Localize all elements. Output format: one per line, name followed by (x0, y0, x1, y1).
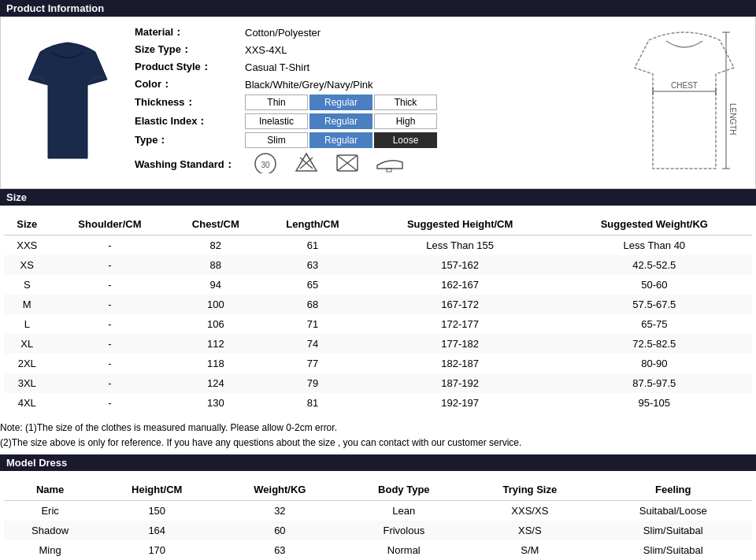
model-col-height: Height/CM (96, 479, 217, 501)
size-table-row: 3XL-12479187-19287.5-97.5 (4, 373, 752, 393)
size-cell-7-1: - (50, 373, 170, 393)
model-col-feeling: Feeling (595, 479, 752, 501)
size-cell-3-2: 100 (169, 295, 261, 314)
size-cell-0-1: - (50, 235, 170, 256)
size-cell-7-0: 3XL (4, 373, 50, 393)
thickness-label: Thickness： (135, 95, 245, 109)
model-col-name: Name (4, 479, 96, 501)
model-cell-1-5: Slim/Suitabal (595, 521, 752, 540)
size-cell-3-3: 68 (261, 295, 363, 314)
type-label: Type： (135, 133, 245, 147)
thickness-thick-btn[interactable]: Thick (374, 95, 437, 110)
size-cell-7-2: 124 (169, 373, 261, 393)
color-label: Color： (135, 77, 245, 91)
washing-row: Washing Standard： 30 (135, 151, 613, 177)
size-cell-8-5: 95-105 (557, 393, 752, 413)
size-cell-4-0: L (4, 314, 50, 334)
size-header: Size (0, 189, 756, 206)
wash-30-icon: 30 (253, 151, 278, 177)
col-header-shoulder: Shoulder/CM (50, 213, 170, 235)
size-cell-2-2: 94 (169, 275, 261, 295)
size-type-row: Size Type： XXS-4XL (135, 43, 613, 57)
product-info-section: Material： Cotton/Polyester Size Type： XX… (0, 17, 756, 189)
size-cell-1-1: - (50, 255, 170, 275)
size-cell-3-5: 57.5-67.5 (557, 295, 752, 314)
model-table-row: Eric15032LeanXXS/XSSuitabal/Loose (4, 501, 752, 521)
size-cell-4-1: - (50, 314, 170, 334)
elastic-regular-btn[interactable]: Regular (309, 113, 372, 129)
size-table-row: XXS-8261Less Than 155Less Than 40 (4, 235, 752, 256)
model-cell-2-1: 170 (96, 540, 217, 560)
size-cell-3-0: M (4, 295, 50, 314)
model-dress-header: Model Dress (0, 454, 756, 471)
model-table-row: Shadow16460FrivolousXS/SSlim/Suitabal (4, 521, 752, 540)
size-cell-0-3: 61 (261, 235, 363, 256)
size-table-row: 2XL-11877182-18780-90 (4, 354, 752, 373)
washing-label: Washing Standard： (135, 158, 245, 172)
svg-text:CHEST: CHEST (671, 81, 698, 90)
size-cell-1-4: 157-162 (364, 255, 557, 275)
type-regular-btn[interactable]: Regular (309, 132, 372, 148)
col-header-size: Size (4, 213, 50, 235)
model-cell-2-3: Normal (342, 540, 465, 560)
model-cell-2-2: 63 (217, 540, 342, 560)
size-cell-1-3: 63 (261, 255, 363, 275)
model-cell-1-3: Frivolous (342, 521, 465, 540)
size-type-value: XXS-4XL (245, 44, 287, 56)
type-slim-btn[interactable]: Slim (245, 132, 308, 148)
note-line1: Note: (1)The size of the clothes is meas… (0, 421, 756, 436)
type-row: Type： Slim Regular Loose (135, 132, 613, 148)
size-table-header-row: Size Shoulder/CM Chest/CM Length/CM Sugg… (4, 213, 752, 235)
size-table-row: XS-8863157-16242.5-52.5 (4, 255, 752, 275)
size-cell-3-1: - (50, 295, 170, 314)
type-loose-btn[interactable]: Loose (374, 132, 437, 148)
thickness-regular-btn[interactable]: Regular (309, 95, 372, 110)
size-cell-6-4: 182-187 (364, 354, 557, 373)
size-cell-1-2: 88 (169, 255, 261, 275)
elastic-high-btn[interactable]: High (374, 113, 437, 129)
size-cell-1-5: 42.5-52.5 (557, 255, 752, 275)
col-header-chest: Chest/CM (169, 213, 261, 235)
note-line2: (2)The size above is only for reference.… (0, 436, 756, 451)
model-cell-0-4: XXS/XS (465, 501, 594, 521)
size-cell-0-5: Less Than 40 (557, 235, 752, 256)
svg-text:LENGTH: LENGTH (728, 103, 737, 135)
type-toggle-group: Slim Regular Loose (245, 132, 437, 148)
iron-icon (376, 151, 404, 177)
size-cell-5-1: - (50, 334, 170, 354)
model-cell-0-0: Eric (4, 501, 96, 521)
size-cell-5-2: 112 (169, 334, 261, 354)
size-cell-5-3: 74 (261, 334, 363, 354)
size-cell-8-4: 192-197 (364, 393, 557, 413)
size-cell-7-5: 87.5-97.5 (557, 373, 752, 393)
size-cell-5-5: 72.5-82.5 (557, 334, 752, 354)
col-header-weight: Suggested Weight/KG (557, 213, 752, 235)
size-table: Size Shoulder/CM Chest/CM Length/CM Sugg… (4, 213, 752, 413)
size-cell-6-0: 2XL (4, 354, 50, 373)
model-dress-section: Name Height/CM Weight/KG Body Type Tryin… (0, 471, 756, 560)
elastic-inelastic-btn[interactable]: Inelastic (245, 113, 308, 129)
model-col-weight: Weight/KG (217, 479, 342, 501)
size-cell-8-1: - (50, 393, 170, 413)
material-label: Material： (135, 25, 245, 39)
no-bleach-icon (294, 151, 319, 177)
size-table-row: XL-11274177-18272.5-82.5 (4, 334, 752, 354)
size-table-row: S-9465162-16750-60 (4, 275, 752, 295)
product-image (9, 25, 127, 180)
size-cell-2-0: S (4, 275, 50, 295)
model-col-trying: Trying Size (465, 479, 594, 501)
material-value: Cotton/Polyester (245, 27, 321, 39)
size-cell-4-2: 106 (169, 314, 261, 334)
size-cell-6-3: 77 (261, 354, 363, 373)
size-cell-0-4: Less Than 155 (364, 235, 557, 256)
product-style-row: Product Style： Casual T-Shirt (135, 60, 613, 74)
model-cell-2-5: Slim/Suitabal (595, 540, 752, 560)
washing-icons: 30 (253, 151, 404, 177)
size-cell-2-4: 162-167 (364, 275, 557, 295)
thickness-thin-btn[interactable]: Thin (245, 95, 308, 110)
size-cell-2-1: - (50, 275, 170, 295)
product-style-label: Product Style： (135, 60, 245, 74)
model-cell-1-4: XS/S (465, 521, 594, 540)
model-cell-0-2: 32 (217, 501, 342, 521)
model-cell-0-5: Suitabal/Loose (595, 501, 752, 521)
